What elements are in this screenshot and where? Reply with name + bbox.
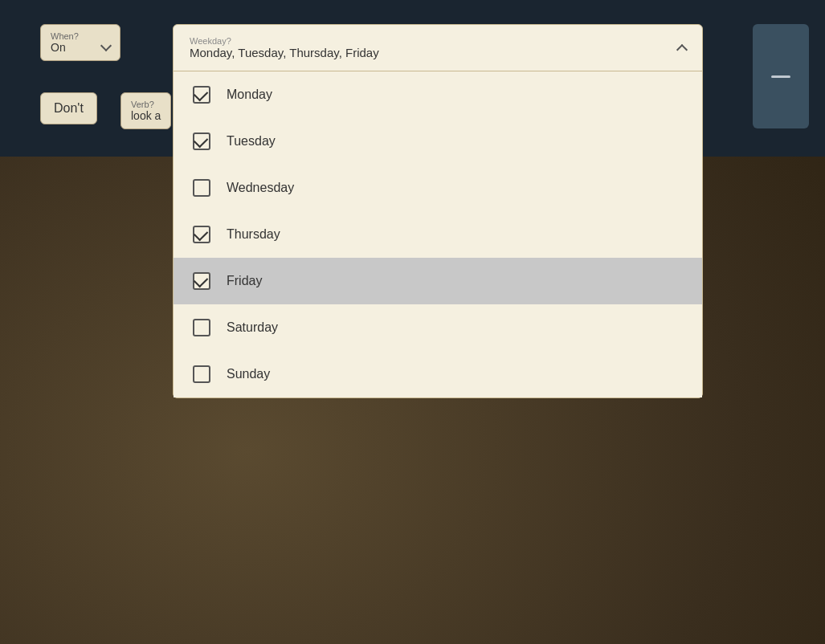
dont-label: Don't [54, 101, 84, 115]
when-value: On [51, 41, 66, 54]
when-label: When? [51, 31, 79, 41]
weekday-item[interactable]: Monday [174, 71, 702, 118]
weekday-dropdown: Weekday? Monday, Tuesday, Thursday, Frid… [173, 24, 703, 398]
dont-button[interactable]: Don't [40, 92, 97, 124]
day-checkbox[interactable] [193, 179, 210, 197]
verb-button[interactable]: Verb? look a [120, 92, 171, 129]
day-label: Tuesday [227, 134, 276, 149]
weekday-header[interactable]: Weekday? Monday, Tuesday, Thursday, Frid… [174, 25, 702, 71]
day-label: Monday [227, 88, 272, 102]
day-label: Sunday [227, 367, 270, 381]
weekday-header-left: Weekday? Monday, Tuesday, Thursday, Frid… [190, 36, 379, 59]
weekday-item[interactable]: Friday [174, 258, 702, 304]
weekday-label: Weekday? [190, 36, 379, 46]
weekday-item[interactable]: Sunday [174, 351, 702, 397]
minus-button[interactable] [753, 24, 809, 128]
weekday-item[interactable]: Saturday [174, 304, 702, 351]
weekday-item[interactable]: Tuesday [174, 118, 702, 165]
weekday-selected-value: Monday, Tuesday, Thursday, Friday [190, 46, 379, 59]
weekday-list: MondayTuesdayWednesdayThursdayFridaySatu… [174, 71, 702, 397]
minus-icon [771, 75, 790, 78]
verb-label: Verb? [131, 100, 154, 109]
day-checkbox[interactable] [193, 226, 210, 243]
day-checkbox[interactable] [193, 86, 210, 104]
day-label: Thursday [227, 227, 280, 242]
day-label: Friday [227, 274, 262, 288]
day-label: Saturday [227, 320, 278, 335]
day-label: Wednesday [227, 181, 294, 195]
weekday-item[interactable]: Thursday [174, 211, 702, 258]
chevron-down-icon [100, 40, 112, 51]
when-button[interactable]: When? On [40, 24, 120, 61]
verb-value: look a [131, 109, 161, 122]
chevron-up-icon [676, 43, 688, 55]
day-checkbox[interactable] [193, 365, 210, 383]
day-checkbox[interactable] [193, 132, 210, 150]
day-checkbox[interactable] [193, 319, 210, 336]
day-checkbox[interactable] [193, 272, 210, 290]
weekday-item[interactable]: Wednesday [174, 165, 702, 211]
